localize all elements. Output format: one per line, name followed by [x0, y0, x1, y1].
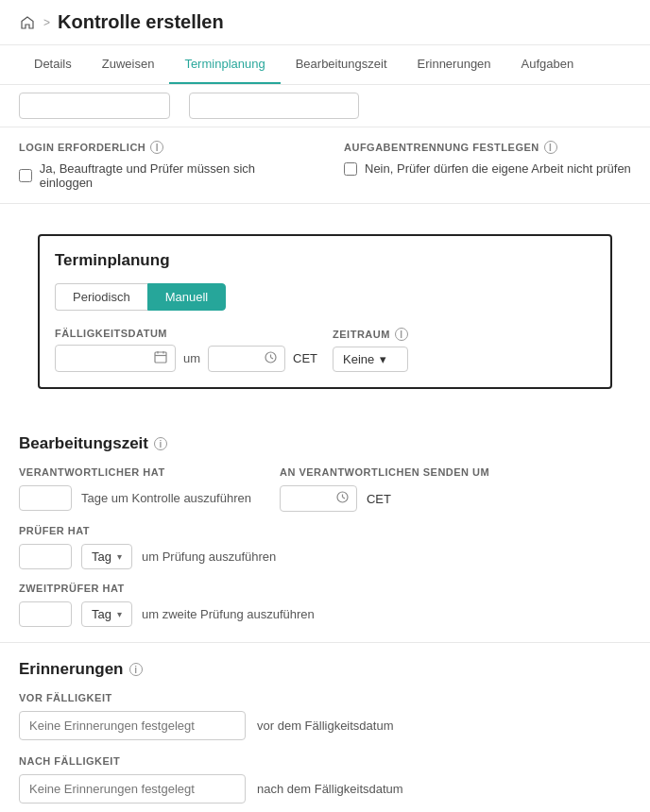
bearbeitungszeit-section: Bearbeitungszeit i VERANTWORTLICHER HAT …	[0, 419, 650, 642]
pruefer-unit-select[interactable]: Tag ▾	[81, 544, 132, 569]
vor-faelligkeit-label: VOR FÄLLIGKEIT	[19, 692, 631, 703]
tabs-bar: Details Zuweisen Terminplanung Bearbeitu…	[0, 45, 650, 85]
zeitraum-select[interactable]: Keine ▾	[333, 347, 408, 372]
zeitraum-group: ZEITRAUM i Keine ▾	[333, 328, 408, 372]
svg-line-6	[271, 357, 274, 359]
zweitpruefer-chevron-icon: ▾	[117, 609, 122, 619]
tab-terminplanung[interactable]: Terminplanung	[169, 45, 280, 84]
pruefer-days-input[interactable]: 1	[19, 544, 72, 569]
login-info-icon[interactable]: i	[150, 141, 163, 154]
an-clock-icon	[336, 491, 349, 506]
nach-faelligkeit-group: NACH FÄLLIGKEIT nach dem Fälligkeitsdatu…	[19, 755, 631, 804]
aufgaben-checkbox-row: Nein, Prüfer dürfen die eigene Arbeit ni…	[344, 161, 631, 176]
aufgaben-col: AUFGABENTRENNUNG FESTLEGEN i Nein, Prüfe…	[344, 141, 631, 190]
toggle-buttons: Periodisch Manuell	[55, 283, 595, 311]
nach-reminder-suffix: nach dem Fälligkeitsdatum	[257, 782, 403, 796]
chevron-down-icon: ▾	[380, 352, 386, 366]
zweitpruefer-days-input[interactable]: 1	[19, 601, 72, 627]
vor-faelligkeit-group: VOR FÄLLIGKEIT vor dem Fälligkeitsdatum	[19, 692, 631, 740]
zweitpruefer-label: ZWEITPRÜFER HAT	[19, 583, 631, 594]
date-input[interactable]: 17-04-2024	[63, 351, 148, 365]
verantwortlicher-suffix: Tage um Kontrolle auszuführen	[81, 491, 251, 505]
login-checkbox-row: Ja, Beauftragte und Prüfer müssen sich e…	[19, 161, 306, 190]
pruefer-group: PRÜFER HAT 1 Tag ▾ um Prüfung auszuführe…	[19, 525, 631, 569]
svg-rect-0	[155, 352, 166, 363]
an-verantwortlichen-right: AN VERANTWORTLICHEN SENDEN UM 07:00 CET	[280, 466, 631, 512]
tab-aufgaben[interactable]: Aufgaben	[506, 45, 590, 84]
terminplanung-form-row: FÄLLIGKEITSDATUM 17-04-2024	[55, 328, 595, 372]
aufgaben-label: AUFGABENTRENNUNG FESTLEGEN i	[344, 141, 631, 154]
erinnerungen-title: Erinnerungen i	[19, 660, 631, 679]
page-title: Kontrolle erstellen	[58, 11, 224, 33]
periodisch-button[interactable]: Periodisch	[55, 283, 147, 311]
vor-reminder-suffix: vor dem Fälligkeitsdatum	[257, 719, 394, 733]
cet-label: CET	[293, 351, 317, 365]
vor-reminder-input[interactable]	[19, 711, 246, 740]
nach-reminder-input[interactable]	[19, 774, 246, 804]
calendar-icon	[154, 350, 167, 366]
aufgaben-checkbox-label: Nein, Prüfer dürfen die eigene Arbeit ni…	[365, 161, 631, 176]
um-label: um	[183, 351, 200, 365]
aufgaben-info-icon[interactable]: i	[544, 141, 557, 154]
pruefer-label: PRÜFER HAT	[19, 525, 631, 536]
manuell-button[interactable]: Manuell	[147, 283, 227, 311]
zweitpruefer-unit-value: Tag	[92, 607, 111, 621]
zeitraum-value: Keine	[343, 352, 374, 366]
login-section: LOGIN ERFORDERLICH i Ja, Beauftragte und…	[0, 127, 650, 204]
tab-details[interactable]: Details	[19, 45, 87, 84]
zeitraum-info-icon[interactable]: i	[395, 328, 408, 341]
pruefer-chevron-icon: ▾	[117, 551, 122, 562]
an-verantwortlichen-label: AN VERANTWORTLICHEN SENDEN UM	[280, 466, 631, 478]
tab-zuweisen[interactable]: Zuweisen	[87, 45, 170, 84]
header: > Kontrolle erstellen	[0, 0, 650, 45]
bearbeitungszeit-title: Bearbeitungszeit i	[19, 434, 631, 453]
verantwortlicher-label: VERANTWORTLICHER HAT	[19, 466, 251, 478]
breadcrumb-chevron: >	[43, 16, 50, 29]
tab-erinnerungen[interactable]: Erinnerungen	[402, 45, 506, 84]
tab-bearbeitungszeit[interactable]: Bearbeitungszeit	[281, 45, 402, 84]
clock-icon	[265, 351, 277, 366]
date-input-wrapper[interactable]: 17-04-2024	[55, 345, 176, 372]
login-checkbox-label: Ja, Beauftragte und Prüfer müssen sich e…	[40, 161, 306, 190]
zweitpruefer-row: 1 Tag ▾ um zweite Prüfung auszuführen	[19, 601, 631, 627]
terminplanung-card: Terminplanung Periodisch Manuell FÄLLIGK…	[38, 234, 612, 389]
pruefer-unit-value: Tag	[92, 550, 111, 564]
an-cet-label: CET	[367, 492, 391, 506]
verantwortlicher-days-input[interactable]: 5	[19, 485, 72, 511]
aufgaben-checkbox[interactable]	[344, 162, 357, 176]
faelligkeitsdatum-group: FÄLLIGKEITSDATUM 17-04-2024	[55, 328, 317, 372]
login-checkbox[interactable]	[19, 169, 32, 182]
an-time-input[interactable]: 07:00	[288, 492, 331, 506]
nach-reminder-row: nach dem Fälligkeitsdatum	[19, 774, 631, 804]
time-input-wrapper[interactable]: 23:59	[208, 346, 285, 372]
erinnerungen-section: Erinnerungen i VOR FÄLLIGKEIT vor dem Fä…	[0, 643, 650, 812]
time-input[interactable]: 23:59	[216, 351, 259, 365]
zeitraum-label: ZEITRAUM i	[333, 328, 408, 341]
verantwortlicher-left: VERANTWORTLICHER HAT 5 Tage um Kontrolle…	[19, 466, 251, 511]
svg-line-9	[342, 498, 345, 499]
faelligkeitsdatum-label: FÄLLIGKEITSDATUM	[55, 328, 317, 339]
pruefer-suffix: um Prüfung auszuführen	[142, 550, 276, 564]
erinnerungen-info-icon[interactable]: i	[129, 663, 143, 676]
zweitpruefer-suffix: um zweite Prüfung auszuführen	[142, 607, 315, 621]
zweitpruefer-group: ZWEITPRÜFER HAT 1 Tag ▾ um zweite Prüfun…	[19, 583, 631, 627]
verantwortlicher-row: VERANTWORTLICHER HAT 5 Tage um Kontrolle…	[19, 466, 631, 512]
login-label: LOGIN ERFORDERLICH i	[19, 141, 306, 154]
pruefer-row: 1 Tag ▾ um Prüfung auszuführen	[19, 544, 631, 569]
terminplanung-section: Terminplanung Periodisch Manuell FÄLLIGK…	[0, 204, 650, 419]
home-icon[interactable]	[19, 14, 36, 31]
bearbeitungszeit-info-icon[interactable]: i	[154, 437, 167, 450]
vor-reminder-row: vor dem Fälligkeitsdatum	[19, 711, 631, 740]
nach-faelligkeit-label: NACH FÄLLIGKEIT	[19, 755, 631, 767]
login-col: LOGIN ERFORDERLICH i Ja, Beauftragte und…	[19, 141, 306, 190]
terminplanung-title: Terminplanung	[55, 251, 595, 270]
zweitpruefer-unit-select[interactable]: Tag ▾	[81, 601, 132, 627]
an-time-input-wrapper[interactable]: 07:00	[280, 485, 357, 512]
